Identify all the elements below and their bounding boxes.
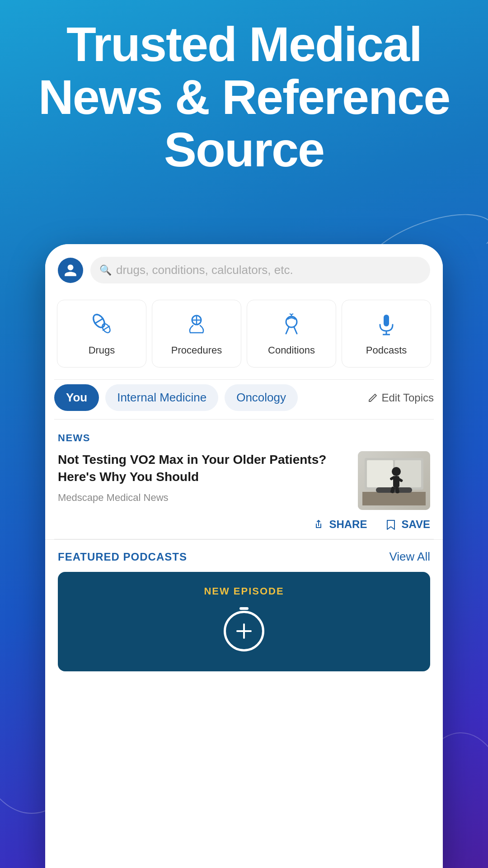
podcasts-label: Podcasts (366, 344, 407, 356)
bookmark-icon (385, 519, 397, 530)
search-input[interactable]: 🔍 drugs, conditions, calculators, etc. (90, 257, 430, 283)
featured-title: FEATURED PODCASTS (58, 551, 187, 563)
category-conditions[interactable]: Conditions (247, 300, 336, 368)
svg-rect-17 (367, 460, 393, 487)
save-label: SAVE (401, 518, 430, 531)
clock-top (239, 607, 249, 610)
category-drugs[interactable]: Drugs (57, 300, 146, 368)
treadmill-image (358, 451, 430, 510)
search-bar: 🔍 drugs, conditions, calculators, etc. (45, 244, 443, 292)
phone-content: 🔍 drugs, conditions, calculators, etc. (45, 244, 443, 868)
topic-tabs-row: You Internal Medicine Oncology Edit Topi… (45, 380, 443, 419)
clock-cross-icon (233, 620, 255, 642)
svg-rect-19 (362, 492, 426, 505)
categories-row: Drugs Procedures (45, 292, 443, 379)
tab-internal-medicine[interactable]: Internal Medicine (105, 384, 218, 411)
featured-header: FEATURED PODCASTS View All (58, 540, 430, 572)
tab-you[interactable]: You (54, 384, 99, 411)
share-button[interactable]: SHARE (313, 518, 367, 531)
view-all-button[interactable]: View All (389, 550, 430, 564)
news-title: Not Testing VO2 Max in Your Older Patien… (58, 451, 349, 486)
share-label: SHARE (329, 518, 367, 531)
drugs-label: Drugs (89, 344, 115, 356)
search-placeholder-text: drugs, conditions, calculators, etc. (116, 263, 293, 277)
drugs-icon (88, 311, 115, 338)
svg-line-12 (291, 314, 293, 315)
category-procedures[interactable]: Procedures (152, 300, 241, 368)
news-thumbnail (358, 451, 430, 510)
edit-topics-label: Edit Topics (381, 392, 434, 404)
svg-point-21 (392, 467, 401, 476)
user-avatar[interactable] (58, 258, 83, 283)
svg-line-11 (290, 314, 291, 315)
procedures-label: Procedures (171, 344, 222, 356)
tab-oncology[interactable]: Oncology (225, 384, 298, 411)
news-section-label: NEWS (58, 432, 430, 444)
news-action-bar: SHARE SAVE (45, 510, 443, 539)
podcasts-icon (373, 311, 400, 338)
phone-mockup: 🔍 drugs, conditions, calculators, etc. (45, 244, 443, 868)
share-icon (313, 519, 324, 530)
news-section: NEWS Not Testing VO2 Max in Your Older P… (45, 420, 443, 510)
conditions-icon (278, 311, 305, 338)
treadmill-svg (362, 456, 426, 505)
pencil-icon (368, 393, 378, 403)
new-episode-badge: NEW EPISODE (204, 585, 284, 597)
save-button[interactable]: SAVE (385, 518, 430, 531)
clock-circle (224, 611, 264, 651)
search-icon: 🔍 (99, 264, 112, 276)
category-podcasts[interactable]: Podcasts (342, 300, 431, 368)
conditions-label: Conditions (268, 344, 315, 356)
phone-screen: 🔍 drugs, conditions, calculators, etc. (45, 244, 443, 868)
procedures-icon (183, 311, 210, 338)
podcast-card[interactable]: NEW EPISODE (58, 572, 430, 671)
featured-podcasts-section: FEATURED PODCASTS View All NEW EPISODE (45, 539, 443, 680)
svg-rect-13 (384, 315, 389, 326)
news-item[interactable]: Not Testing VO2 Max in Your Older Patien… (58, 451, 430, 510)
edit-topics-button[interactable]: Edit Topics (368, 392, 434, 404)
user-icon (63, 263, 78, 278)
news-text-block: Not Testing VO2 Max in Your Older Patien… (58, 451, 349, 504)
news-source: Medscape Medical News (58, 492, 349, 504)
svg-line-1 (94, 318, 103, 324)
hero-title: Trusted Medical News & Reference Source (0, 18, 488, 176)
podcast-timer-icon (221, 606, 267, 651)
